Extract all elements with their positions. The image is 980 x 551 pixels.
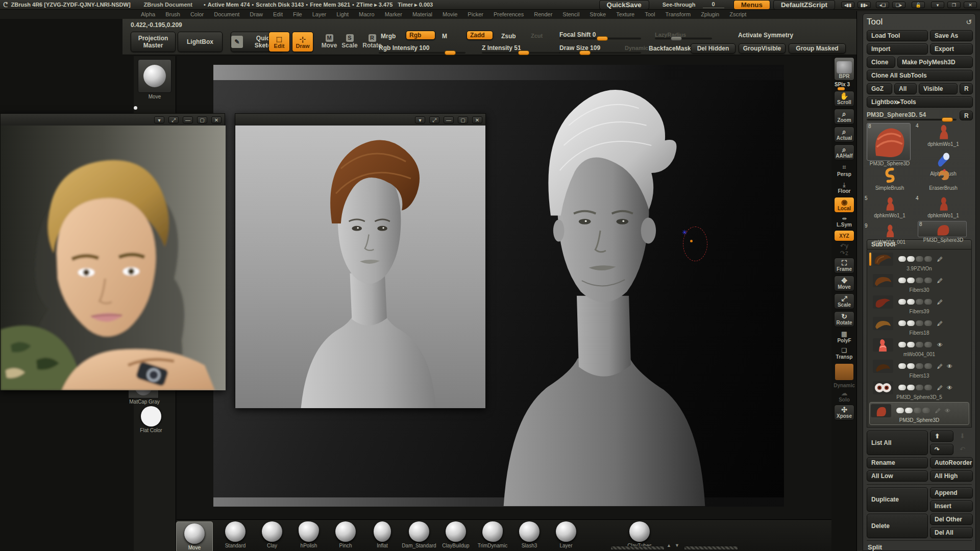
subtool-toggle-pill-dim[interactable] (916, 256, 923, 262)
subtool-row[interactable]: 🖉 Fibers30 (869, 273, 969, 294)
subtool-row[interactable]: 🖉 3.9PZVtOn (869, 252, 969, 272)
split-section-header[interactable]: Split (867, 540, 972, 551)
subtool-toggle-pill-dim[interactable] (924, 299, 932, 305)
rgb-intensity-slider[interactable]: Rgb Intensity 100 (379, 43, 465, 52)
subtool-toggle-pill[interactable] (907, 278, 915, 283)
polypaint-brush-icon[interactable]: 🖉 (937, 363, 943, 369)
current-brush-thumbnail[interactable] (138, 59, 172, 93)
material-preview-thumbnail[interactable] (835, 363, 854, 381)
subtool-toggle-pill-dim[interactable] (916, 363, 923, 369)
visibility-eye-icon[interactable]: 👁 (947, 385, 952, 391)
polypaint-brush-icon[interactable]: 🖉 (935, 408, 941, 414)
menu-edit[interactable]: Edit (273, 11, 283, 17)
rgb-button[interactable]: Rgb (406, 31, 435, 40)
close-icon[interactable]: ✕ (211, 116, 222, 123)
all-low-button[interactable]: All Low (867, 470, 928, 482)
list-all-button[interactable]: List All (867, 431, 928, 455)
subtool-toggle-pill[interactable] (907, 256, 915, 262)
xpose-button[interactable]: ✣Xpose (834, 405, 854, 420)
menu-zplugin[interactable]: Zplugin (701, 11, 719, 17)
goz-all-button[interactable]: All (894, 83, 917, 94)
menu-stroke[interactable]: Stroke (590, 11, 606, 17)
active-tool-slider[interactable]: PM3D_Sphere3D. 54 R (867, 110, 972, 121)
del-all-button[interactable]: Del All (930, 527, 973, 538)
menu-render[interactable]: Render (534, 11, 552, 17)
tool-item[interactable]: 8 PM3D_Sphere3D (918, 221, 969, 243)
polypaint-brush-icon[interactable]: 🖉 (937, 299, 943, 305)
tool-item[interactable]: 5 dphkmWo1_1 (867, 195, 913, 218)
tray-scroll-down-icon[interactable]: ▼ (675, 543, 679, 548)
subtool-duplicate-arrow-button[interactable]: ↷ (930, 444, 953, 455)
polypaint-brush-icon[interactable]: 🖉 (937, 278, 943, 284)
edit-button[interactable]: ⬚ Edit (268, 32, 290, 52)
subtool-row[interactable]: 🖉 👁 Fibers13 (869, 359, 969, 380)
lsym-button[interactable]: ⇹L.Sym (837, 215, 852, 228)
clone-all-subtools-button[interactable]: Clone All SubTools (867, 70, 973, 81)
menus-button[interactable]: Menus (733, 0, 770, 10)
subtool-toggle-pill[interactable] (898, 363, 906, 369)
brush-item-selected[interactable]: Move (176, 521, 213, 551)
tool-item[interactable]: EraserBrush (918, 167, 969, 191)
reference-photo-window[interactable]: ▾ ⤢ — ▢ ✕ (0, 113, 225, 390)
reset-icon[interactable]: ↺ (966, 18, 972, 26)
lock-icon[interactable]: 🔓 (912, 2, 925, 8)
active-tool-r-button[interactable]: R (960, 111, 973, 120)
all-high-button[interactable]: All High (930, 470, 973, 482)
menu-zscript[interactable]: Zscript (729, 11, 746, 17)
expand-icon[interactable]: ⤢ (168, 116, 179, 123)
subtool-toggle-pill-dim[interactable] (914, 408, 921, 413)
spix-knob[interactable] (838, 87, 845, 90)
spix-slider[interactable]: SPix 3 (835, 82, 854, 90)
menu-stencil[interactable]: Stencil (562, 11, 579, 17)
menu-draw[interactable]: Draw (250, 11, 263, 17)
brush-item[interactable]: Pinch (327, 521, 364, 548)
tool-item[interactable]: 4 dphkmWo1_1 (918, 123, 969, 147)
mrgb-button[interactable]: Mrgb (381, 33, 396, 40)
subtool-toggle-pill-dim[interactable] (916, 299, 923, 305)
append-button[interactable]: Append (930, 487, 973, 498)
group-visible-button[interactable]: GroupVisible (739, 43, 786, 54)
menu-preferences[interactable]: Preferences (494, 11, 524, 17)
brush-item[interactable]: Inflat (364, 521, 401, 548)
flat-color-swatch[interactable] (141, 406, 161, 427)
minimize-icon[interactable]: — (444, 116, 454, 123)
close-icon[interactable]: ✕ (472, 116, 482, 123)
divider-left-icon[interactable]: ◂▮▮ (841, 2, 854, 8)
menu-color[interactable]: Color (190, 11, 204, 17)
draw-size-knob[interactable] (579, 51, 591, 55)
tool-item[interactable]: 4 dphkmWo1_1 (918, 195, 969, 218)
menu-material[interactable]: Material (412, 11, 432, 17)
focal-shift-slider[interactable]: Focal Shift 0 (559, 30, 641, 39)
clone-button[interactable]: Clone (867, 57, 895, 68)
minimize-icon[interactable]: ▾ (931, 2, 944, 8)
subtool-up-button[interactable]: ⬆ (930, 431, 953, 442)
transp-button[interactable]: ❏Transp (836, 347, 853, 360)
menu-marker[interactable]: Marker (385, 11, 402, 17)
subtool-toggle-pill[interactable] (907, 363, 915, 369)
m-button[interactable]: M (442, 33, 447, 40)
brush-item[interactable]: Standard (217, 521, 254, 548)
tool-item[interactable]: 9 mWo004_001 (867, 223, 913, 245)
subtool-toggle-pill[interactable] (898, 342, 906, 347)
subtool-row[interactable]: 🖉 Fibers18 (869, 316, 969, 337)
group-masked-button[interactable]: Group Masked (789, 43, 846, 54)
tray-scrollbar-left[interactable] (610, 546, 665, 550)
subtool-toggle-pill[interactable] (907, 299, 915, 305)
menu-document[interactable]: Document (214, 11, 239, 17)
photo-window-titlebar[interactable]: ▾ ⤢ — ▢ ✕ (1, 114, 225, 126)
prev-window-icon[interactable]: ◂❏ (876, 2, 889, 8)
scroll-button[interactable]: ✋Scroll (834, 91, 854, 107)
brush-item[interactable]: TrimDynamic (474, 521, 511, 548)
active-tool-knob[interactable] (942, 117, 953, 122)
polypaint-brush-icon[interactable]: 🖉 (937, 385, 943, 391)
subtool-row-selected[interactable]: 🖉 👁 PM3D_Sphere3D (869, 402, 969, 425)
scale-mode-button[interactable]: S Scale (338, 33, 361, 49)
polypaint-brush-icon[interactable]: 🖉 (937, 320, 943, 327)
tray-scroll-up-icon[interactable]: ▲ (667, 543, 671, 548)
brush-item[interactable]: Slash3 (511, 521, 548, 548)
goz-button[interactable]: GoZ (867, 83, 892, 94)
persp-button[interactable]: ⌗Persp (837, 163, 851, 177)
minimize-icon[interactable]: — (183, 116, 193, 123)
subtool-toggle-pill-dim[interactable] (924, 363, 932, 369)
default-zscript-button[interactable]: DefaultZScript (773, 0, 835, 10)
